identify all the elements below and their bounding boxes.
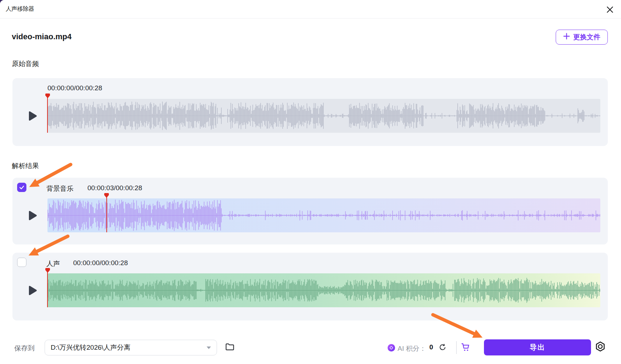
- track-label: 背景音乐: [46, 184, 74, 193]
- waveform-original[interactable]: [47, 99, 600, 133]
- divider: [456, 341, 457, 354]
- play-icon: [29, 216, 37, 222]
- dialog-header: 人声移除器: [0, 0, 621, 19]
- track-label: 人声: [46, 259, 60, 268]
- file-name: video-miao.mp4: [12, 32, 71, 41]
- close-icon: [606, 6, 614, 15]
- playhead-line: [106, 197, 107, 232]
- waveform-background-music[interactable]: [47, 198, 600, 232]
- cart-button[interactable]: [461, 343, 470, 353]
- folder-icon: [225, 348, 235, 353]
- close-button[interactable]: [605, 5, 615, 15]
- timestamp: 00:00:00/00:00:28: [47, 84, 102, 92]
- play-icon: [29, 291, 37, 297]
- section-analysis-result: 解析结果: [12, 161, 39, 171]
- export-button[interactable]: 导出: [484, 339, 591, 355]
- save-path-select[interactable]: D:\万兴优转2026\人声分离: [45, 340, 217, 355]
- playhead-marker[interactable]: [45, 268, 50, 307]
- timestamp: 00:00:00/00:00:28: [73, 259, 128, 267]
- dialog-title: 人声移除器: [6, 5, 34, 13]
- original-audio-card: 00:00:00/00:00:28: [12, 78, 608, 146]
- waveform-vocals[interactable]: [47, 273, 600, 307]
- play-button[interactable]: [29, 285, 37, 295]
- plus-icon: [563, 33, 570, 41]
- background-music-card: 背景音乐 00:00:03/00:00:28: [12, 178, 608, 244]
- play-button[interactable]: [29, 111, 37, 121]
- refresh-icon: [438, 347, 447, 353]
- cart-icon: [461, 348, 470, 353]
- playhead-marker[interactable]: [45, 93, 50, 133]
- vocals-card: 人声 00:00:00/00:00:28: [12, 253, 608, 320]
- playhead-line: [47, 272, 48, 307]
- vocal-remover-dialog: 人声移除器 video-miao.mp4 更换文件 原始音频 00:00:00/…: [0, 0, 621, 364]
- chevron-down-icon: [207, 347, 211, 349]
- play-icon: [29, 117, 37, 122]
- check-icon: [19, 184, 25, 191]
- play-button[interactable]: [29, 211, 37, 221]
- section-original-audio: 原始音频: [12, 59, 39, 69]
- ai-credits-label: AI 积分：: [398, 344, 426, 353]
- open-folder-button[interactable]: [225, 342, 235, 353]
- playhead-line: [47, 98, 48, 133]
- ai-credits-icon: [388, 344, 395, 352]
- save-path-value: D:\万兴优转2026\人声分离: [51, 343, 207, 352]
- replace-file-label: 更换文件: [573, 32, 600, 42]
- timestamp: 00:00:03/00:00:28: [87, 184, 142, 192]
- settings-button[interactable]: [595, 341, 606, 353]
- background-music-checkbox[interactable]: [17, 183, 26, 192]
- replace-file-button[interactable]: 更换文件: [556, 30, 608, 45]
- ai-credits-value: 0: [429, 343, 433, 351]
- save-to-label: 保存到: [14, 344, 35, 353]
- gear-icon: [595, 348, 606, 353]
- playhead-marker[interactable]: [104, 193, 109, 232]
- vocals-checkbox[interactable]: [17, 258, 26, 267]
- refresh-credits-button[interactable]: [438, 343, 447, 353]
